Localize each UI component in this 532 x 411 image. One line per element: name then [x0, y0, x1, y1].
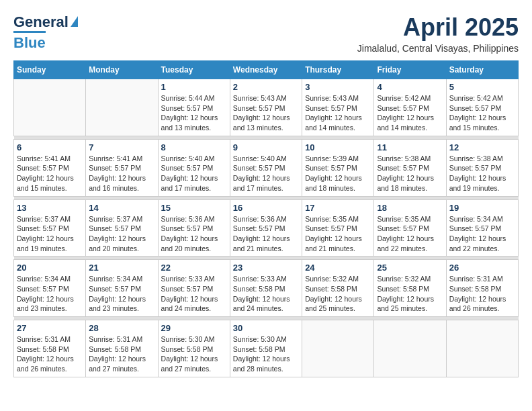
weekday-header-monday: Monday	[86, 61, 158, 79]
calendar-cell	[374, 320, 446, 377]
calendar-header-row: SundayMondayTuesdayWednesdayThursdayFrid…	[14, 61, 519, 79]
day-number: 16	[233, 203, 299, 213]
day-number: 28	[89, 323, 154, 333]
calendar-cell: 26Sunrise: 5:31 AM Sunset: 5:58 PM Dayli…	[446, 260, 518, 317]
weekday-header-sunday: Sunday	[14, 61, 86, 79]
weekday-header-thursday: Thursday	[302, 61, 374, 79]
calendar-week-row: 1Sunrise: 5:44 AM Sunset: 5:57 PM Daylig…	[14, 79, 519, 136]
weekday-header-friday: Friday	[374, 61, 446, 79]
day-number: 3	[305, 82, 371, 92]
calendar-cell: 1Sunrise: 5:44 AM Sunset: 5:57 PM Daylig…	[158, 79, 230, 136]
day-number: 9	[233, 142, 299, 152]
day-number: 26	[449, 263, 515, 273]
calendar-cell: 11Sunrise: 5:38 AM Sunset: 5:57 PM Dayli…	[374, 139, 446, 196]
calendar-cell: 24Sunrise: 5:32 AM Sunset: 5:58 PM Dayli…	[302, 260, 374, 317]
calendar-table: SundayMondayTuesdayWednesdayThursdayFrid…	[13, 60, 519, 377]
calendar-cell: 28Sunrise: 5:31 AM Sunset: 5:58 PM Dayli…	[86, 320, 158, 377]
calendar-cell: 21Sunrise: 5:34 AM Sunset: 5:57 PM Dayli…	[86, 260, 158, 317]
day-number: 10	[305, 142, 371, 152]
calendar-cell: 8Sunrise: 5:40 AM Sunset: 5:57 PM Daylig…	[158, 139, 230, 196]
day-info: Sunrise: 5:42 AM Sunset: 5:57 PM Dayligh…	[449, 93, 515, 133]
day-number: 17	[305, 203, 371, 213]
logo-blue-text: Blue	[13, 31, 46, 52]
day-number: 19	[449, 203, 515, 213]
day-info: Sunrise: 5:31 AM Sunset: 5:58 PM Dayligh…	[449, 274, 515, 314]
logo-general-text: General	[13, 13, 69, 31]
day-info: Sunrise: 5:35 AM Sunset: 5:57 PM Dayligh…	[377, 214, 443, 254]
calendar-cell: 19Sunrise: 5:34 AM Sunset: 5:57 PM Dayli…	[446, 199, 518, 257]
day-info: Sunrise: 5:30 AM Sunset: 5:58 PM Dayligh…	[161, 334, 227, 374]
day-info: Sunrise: 5:41 AM Sunset: 5:57 PM Dayligh…	[89, 154, 154, 193]
day-info: Sunrise: 5:37 AM Sunset: 5:57 PM Dayligh…	[89, 214, 154, 254]
day-number: 29	[161, 323, 227, 333]
day-number: 2	[233, 82, 299, 92]
calendar-cell: 14Sunrise: 5:37 AM Sunset: 5:57 PM Dayli…	[86, 199, 158, 257]
calendar-cell: 5Sunrise: 5:42 AM Sunset: 5:57 PM Daylig…	[446, 79, 518, 136]
day-number: 21	[89, 263, 154, 273]
calendar-cell	[446, 320, 518, 377]
calendar-cell: 13Sunrise: 5:37 AM Sunset: 5:57 PM Dayli…	[14, 199, 86, 257]
day-info: Sunrise: 5:36 AM Sunset: 5:57 PM Dayligh…	[161, 214, 227, 254]
day-number: 8	[161, 142, 227, 152]
day-info: Sunrise: 5:38 AM Sunset: 5:57 PM Dayligh…	[377, 154, 443, 193]
day-info: Sunrise: 5:35 AM Sunset: 5:57 PM Dayligh…	[305, 214, 371, 254]
day-info: Sunrise: 5:37 AM Sunset: 5:57 PM Dayligh…	[17, 214, 83, 254]
calendar-cell: 30Sunrise: 5:30 AM Sunset: 5:58 PM Dayli…	[230, 320, 302, 377]
calendar-cell	[14, 79, 86, 136]
day-number: 25	[377, 263, 443, 273]
calendar-cell: 29Sunrise: 5:30 AM Sunset: 5:58 PM Dayli…	[158, 320, 230, 377]
calendar-week-row: 13Sunrise: 5:37 AM Sunset: 5:57 PM Dayli…	[14, 199, 519, 257]
weekday-header-tuesday: Tuesday	[158, 61, 230, 79]
day-number: 22	[161, 263, 227, 273]
calendar-cell: 10Sunrise: 5:39 AM Sunset: 5:57 PM Dayli…	[302, 139, 374, 196]
day-info: Sunrise: 5:39 AM Sunset: 5:57 PM Dayligh…	[305, 154, 371, 193]
weekday-header-wednesday: Wednesday	[230, 61, 302, 79]
day-info: Sunrise: 5:43 AM Sunset: 5:57 PM Dayligh…	[305, 93, 371, 133]
day-info: Sunrise: 5:31 AM Sunset: 5:58 PM Dayligh…	[89, 334, 154, 374]
calendar-cell: 18Sunrise: 5:35 AM Sunset: 5:57 PM Dayli…	[374, 199, 446, 257]
day-number: 4	[377, 82, 443, 92]
calendar-week-row: 27Sunrise: 5:31 AM Sunset: 5:58 PM Dayli…	[14, 320, 519, 377]
day-number: 13	[17, 203, 83, 213]
day-info: Sunrise: 5:40 AM Sunset: 5:57 PM Dayligh…	[233, 154, 299, 193]
day-number: 30	[233, 323, 299, 333]
calendar-cell: 3Sunrise: 5:43 AM Sunset: 5:57 PM Daylig…	[302, 79, 374, 136]
day-number: 15	[161, 203, 227, 213]
calendar-cell: 12Sunrise: 5:38 AM Sunset: 5:57 PM Dayli…	[446, 139, 518, 196]
calendar-week-row: 6Sunrise: 5:41 AM Sunset: 5:57 PM Daylig…	[14, 139, 519, 196]
calendar-cell: 17Sunrise: 5:35 AM Sunset: 5:57 PM Dayli…	[302, 199, 374, 257]
calendar-cell: 25Sunrise: 5:32 AM Sunset: 5:58 PM Dayli…	[374, 260, 446, 317]
calendar-week-row: 20Sunrise: 5:34 AM Sunset: 5:57 PM Dayli…	[14, 260, 519, 317]
day-info: Sunrise: 5:34 AM Sunset: 5:57 PM Dayligh…	[449, 214, 515, 254]
day-info: Sunrise: 5:34 AM Sunset: 5:57 PM Dayligh…	[17, 274, 83, 314]
day-number: 12	[449, 142, 515, 152]
day-info: Sunrise: 5:40 AM Sunset: 5:57 PM Dayligh…	[161, 154, 227, 193]
page-header: General Blue April 2025 Jimalalud, Centr…	[13, 13, 519, 54]
calendar-cell: 7Sunrise: 5:41 AM Sunset: 5:57 PM Daylig…	[86, 139, 158, 196]
location-subtitle: Jimalalud, Central Visayas, Philippines	[357, 43, 519, 54]
calendar-cell	[86, 79, 158, 136]
day-number: 7	[89, 142, 154, 152]
day-info: Sunrise: 5:33 AM Sunset: 5:57 PM Dayligh…	[161, 274, 227, 314]
calendar-cell	[302, 320, 374, 377]
calendar-cell: 20Sunrise: 5:34 AM Sunset: 5:57 PM Dayli…	[14, 260, 86, 317]
day-info: Sunrise: 5:32 AM Sunset: 5:58 PM Dayligh…	[377, 274, 443, 314]
calendar-cell: 15Sunrise: 5:36 AM Sunset: 5:57 PM Dayli…	[158, 199, 230, 257]
day-number: 11	[377, 142, 443, 152]
day-number: 18	[377, 203, 443, 213]
calendar-cell: 6Sunrise: 5:41 AM Sunset: 5:57 PM Daylig…	[14, 139, 86, 196]
day-number: 6	[17, 142, 83, 152]
calendar-cell: 27Sunrise: 5:31 AM Sunset: 5:58 PM Dayli…	[14, 320, 86, 377]
calendar-cell: 4Sunrise: 5:42 AM Sunset: 5:57 PM Daylig…	[374, 79, 446, 136]
logo-triangle-icon	[71, 16, 78, 27]
day-number: 1	[161, 82, 227, 92]
calendar-cell: 22Sunrise: 5:33 AM Sunset: 5:57 PM Dayli…	[158, 260, 230, 317]
calendar-cell: 2Sunrise: 5:43 AM Sunset: 5:57 PM Daylig…	[230, 79, 302, 136]
logo: General Blue	[13, 13, 78, 52]
day-number: 27	[17, 323, 83, 333]
day-info: Sunrise: 5:30 AM Sunset: 5:58 PM Dayligh…	[233, 334, 299, 374]
day-info: Sunrise: 5:42 AM Sunset: 5:57 PM Dayligh…	[377, 93, 443, 133]
calendar-cell: 23Sunrise: 5:33 AM Sunset: 5:58 PM Dayli…	[230, 260, 302, 317]
day-number: 5	[449, 82, 515, 92]
day-info: Sunrise: 5:33 AM Sunset: 5:58 PM Dayligh…	[233, 274, 299, 314]
